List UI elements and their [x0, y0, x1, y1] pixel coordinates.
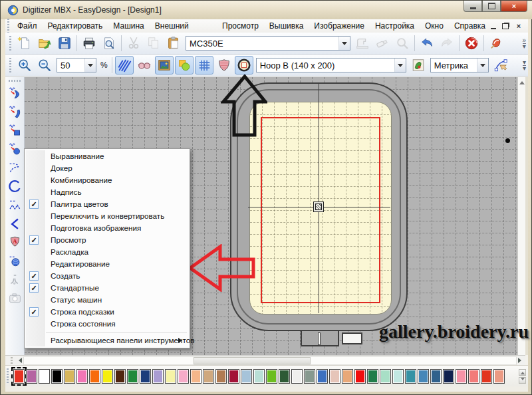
lettering-button[interactable]: A [6, 233, 23, 251]
palette-swatch[interactable] [13, 369, 25, 384]
mdi-close-button[interactable]: × [515, 22, 523, 30]
context-menu-item[interactable]: Комбинирование [25, 174, 190, 186]
reshape-button[interactable] [491, 56, 510, 74]
new-file-button[interactable] [15, 34, 34, 53]
toolbar-overflow-button[interactable]: »▾ [522, 38, 528, 49]
stitch-view-button[interactable] [115, 56, 134, 74]
palette-swatch[interactable] [39, 369, 50, 384]
palette-swatch[interactable] [418, 369, 429, 384]
palette-swatch[interactable] [266, 369, 277, 384]
hoop-select-combo[interactable]: Hoop B (140 x 200) [256, 58, 406, 72]
palette-scroll-down-button[interactable] [519, 377, 526, 384]
angle-line-button[interactable] [6, 215, 23, 233]
palette-scroll-up-button[interactable] [519, 369, 526, 376]
digitize-column-button[interactable] [6, 103, 23, 121]
context-menu-item[interactable]: Переключить и конвертировать [25, 210, 190, 222]
palette-swatch[interactable] [26, 369, 37, 384]
hoop-select-dropdown-button[interactable] [394, 59, 406, 72]
palette-swatch[interactable] [380, 369, 391, 384]
maximize-button[interactable] [482, 1, 501, 12]
palette-swatch[interactable] [215, 369, 227, 384]
redo-button[interactable] [438, 34, 456, 53]
palette-swatch[interactable] [354, 369, 366, 384]
vertical-scrollbar[interactable] [517, 77, 525, 355]
horizontal-scrollbar[interactable] [5, 355, 525, 365]
zoom-level-combo[interactable]: 50 [57, 58, 96, 72]
run-stitch-button[interactable] [6, 159, 23, 177]
palette-swatch[interactable] [304, 369, 315, 384]
context-menu-item[interactable]: Надпись [25, 186, 190, 198]
digitize-rect-button[interactable] [6, 122, 23, 140]
palette-swatch[interactable] [114, 369, 126, 384]
palette-swatch[interactable] [493, 369, 505, 384]
show-grid-button[interactable] [195, 56, 213, 74]
stop-button[interactable] [462, 34, 481, 53]
hscroll-thumb[interactable] [194, 357, 311, 364]
zoom-in-button[interactable] [15, 56, 34, 74]
design-check-button[interactable] [393, 34, 412, 53]
units-select-combo[interactable]: Метрика [430, 58, 489, 72]
palette-swatch[interactable] [241, 369, 252, 384]
context-menu-item[interactable]: Докер [25, 162, 190, 174]
write-to-machine-button[interactable] [353, 34, 372, 53]
copy-button[interactable] [144, 34, 163, 53]
left-toolbar-grip[interactable] [9, 80, 21, 82]
menu-Файл[interactable]: Файл [12, 19, 43, 33]
arc-tool-button[interactable] [6, 178, 23, 196]
zoom-out-button[interactable] [35, 56, 54, 74]
insert-photo-button[interactable] [6, 289, 23, 307]
scroll-right-button[interactable] [517, 356, 525, 365]
mdi-restore-button[interactable] [501, 22, 509, 30]
save-file-button[interactable] [55, 34, 74, 53]
palette-swatch[interactable] [405, 369, 416, 384]
paste-button[interactable] [164, 34, 183, 53]
context-menu-item[interactable]: Статус машин [25, 294, 190, 306]
context-menu-item[interactable]: Редактирование [25, 258, 190, 270]
mdi-minimize-button[interactable] [491, 23, 496, 29]
toolbar-overflow-button[interactable]: ▾▾ [523, 60, 528, 71]
palette-swatch[interactable] [317, 369, 328, 384]
show-hoop-button[interactable] [235, 56, 253, 74]
context-menu-item[interactable]: ✓Создать [25, 270, 190, 282]
hscroll-track[interactable] [23, 356, 517, 365]
stitch-ball-button[interactable] [6, 252, 23, 270]
palette-swatch[interactable] [329, 369, 340, 384]
menu-Окно[interactable]: Окно [420, 19, 449, 33]
palette-swatch[interactable] [152, 369, 164, 384]
open-file-button[interactable] [35, 34, 54, 53]
digitize-ellipse-button[interactable] [6, 140, 23, 158]
palette-swatch[interactable] [291, 369, 303, 384]
palette-swatch[interactable] [102, 369, 113, 384]
palette-swatch[interactable] [76, 369, 88, 384]
scroll-up-button[interactable] [518, 77, 525, 86]
menu-Справка[interactable]: Справка [449, 19, 491, 33]
context-menu-item[interactable]: ✓Стандартные [25, 282, 190, 294]
menubar-grip[interactable] [7, 19, 9, 33]
palette-swatch[interactable] [165, 369, 176, 384]
menu-Внешний носитель[interactable]: Внешний носитель [150, 19, 217, 33]
palette-swatch[interactable] [342, 369, 353, 384]
menu-Вышивка[interactable]: Вышивка [264, 19, 309, 33]
machine-select-combo[interactable]: MC350E [186, 36, 350, 51]
context-menu-item[interactable]: Раскрывающиеся панели инструментов [25, 334, 190, 346]
context-menu-item[interactable]: Строка состояния [25, 318, 190, 330]
palette-swatch[interactable] [203, 369, 214, 384]
menu-Изображение[interactable]: Изображение [309, 19, 370, 33]
minimize-button[interactable] [464, 1, 482, 12]
print-button[interactable] [80, 34, 98, 53]
context-menu-item[interactable]: ✓Просмотр [25, 234, 190, 246]
palette-swatch[interactable] [481, 369, 492, 384]
menu-Машина[interactable]: Машина [108, 19, 149, 33]
undo-button[interactable] [418, 34, 436, 53]
context-menu-item[interactable]: ✓Строка подсказки [25, 306, 190, 318]
print-preview-button[interactable] [100, 34, 118, 53]
units-select-dropdown-button[interactable] [477, 59, 488, 72]
show-objects-button[interactable] [175, 56, 194, 74]
menu-Просмотр[interactable]: Просмотр [217, 19, 264, 33]
branching-button[interactable] [6, 271, 23, 289]
palette-swatch[interactable] [140, 369, 151, 384]
palette-grip[interactable] [7, 368, 9, 384]
close-button[interactable]: × [501, 1, 527, 12]
machine-select-dropdown-button[interactable] [338, 37, 350, 50]
thread-colors-button[interactable] [487, 34, 505, 53]
